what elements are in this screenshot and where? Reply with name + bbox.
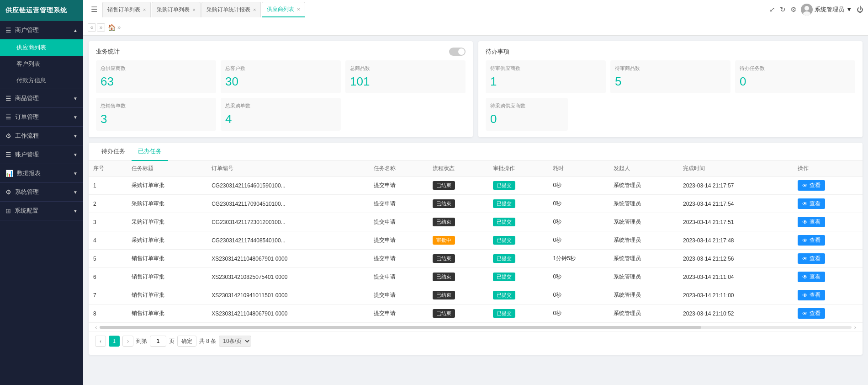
cell-task-name: 提交申请: [369, 213, 429, 231]
user-dropdown-arrow: ▼: [846, 6, 852, 13]
prev-page-button[interactable]: ‹: [95, 336, 106, 347]
eye-icon: 👁: [802, 310, 808, 317]
tasks-table: 序号 任务标题 订单编号 任务名称 流程状态 审批操作 耗时 发起人 完成时间 …: [89, 161, 863, 323]
stat-pending-products-label: 待审商品数: [615, 65, 726, 72]
todo-stats-grid-bottom: 待采购供应商数 0: [486, 98, 855, 131]
cell-task-title: 销售订单审批: [127, 305, 207, 323]
view-button[interactable]: 👁 查看: [798, 235, 825, 246]
todo-stats-grid-top: 待审供应商数 1 待审商品数 5 待办任务数 0: [486, 60, 855, 93]
product-icon: ☰: [5, 95, 11, 102]
view-button[interactable]: 👁 查看: [798, 217, 825, 227]
sidebar-group-system-header[interactable]: ⚙ 系统管理 ▼: [0, 183, 83, 201]
topbar-right: ⤢ ↻ ⚙ 系统管理员 ▼ ⏻: [769, 4, 863, 16]
sidebar-group-product-header[interactable]: ☰ 商品管理 ▼: [0, 89, 83, 107]
view-button[interactable]: 👁 查看: [798, 180, 825, 191]
tab-purchase-order-list-close[interactable]: ×: [192, 7, 195, 12]
sidebar-group-system: ⚙ 系统管理 ▼: [0, 183, 83, 202]
cell-task-name: 提交申请: [369, 305, 429, 323]
tab-sales-order-list-close[interactable]: ×: [143, 7, 146, 12]
goto-page-input[interactable]: [150, 336, 166, 347]
view-button[interactable]: 👁 查看: [798, 253, 825, 264]
cell-seq: 7: [89, 286, 127, 305]
tab-purchase-order-list[interactable]: 采购订单列表 ×: [152, 2, 200, 17]
flow-status-badge: 已结束: [433, 309, 455, 318]
stat-total-customers-label: 总客户数: [225, 65, 336, 72]
stat-total-sales: 总销售单数 3: [96, 98, 216, 131]
sidebar-group-order-header[interactable]: ☰ 订单管理 ▼: [0, 108, 83, 126]
table-row: 5 销售订单审批 XS230314211048067901 0000 提交申请 …: [89, 250, 863, 268]
current-page-button[interactable]: 1: [109, 336, 120, 347]
breadcrumb-home-icon[interactable]: 🏠: [108, 24, 116, 31]
scroll-left-icon[interactable]: ‹: [95, 324, 97, 331]
stat-total-products-value: 101: [350, 75, 461, 89]
cell-action: 👁 查看: [793, 268, 863, 286]
tab-supplier-list[interactable]: 供应商列表 ×: [262, 2, 305, 17]
goto-page-confirm-button[interactable]: 确定: [177, 336, 196, 347]
sidebar-group-product: ☰ 商品管理 ▼: [0, 89, 83, 108]
more-icon[interactable]: »: [117, 24, 121, 31]
business-stats-header: 业务统计: [96, 48, 466, 56]
stat-total-customers: 总客户数 30: [221, 60, 341, 93]
cell-seq: 2: [89, 195, 127, 213]
sidebar-group-account-header[interactable]: ☰ 账户管理 ▼: [0, 145, 83, 164]
tab-supplier-list-close[interactable]: ×: [297, 6, 300, 12]
sidebar-group-system-label: 系统管理: [15, 188, 39, 196]
fullscreen-icon[interactable]: ⤢: [769, 5, 775, 14]
next-page-button[interactable]: ›: [122, 336, 133, 347]
cell-task-name: 提交申请: [369, 176, 429, 195]
toggle-switch[interactable]: [449, 48, 466, 56]
h-scrollbar-track[interactable]: [100, 326, 851, 329]
cell-order-no: CG23031421174408540100...: [207, 231, 369, 250]
flow-status-badge: 已结束: [433, 199, 455, 208]
sidebar-item-supplier-list[interactable]: 供应商列表: [0, 39, 83, 56]
sidebar-group-workflow-label: 工作流程: [15, 132, 39, 140]
cell-action: 👁 查看: [793, 195, 863, 213]
pagination: ‹ 1 › 到第 页 确定 共 8 条 10条/页 20条/页 50条/页: [89, 332, 863, 350]
sidebar-group-config-header[interactable]: ⊞ 系统配置 ▼: [0, 202, 83, 220]
sidebar-group-reports: 📊 数据报表 ▼: [0, 164, 83, 183]
view-button[interactable]: 👁 查看: [798, 308, 825, 319]
approve-action-badge: 已提交: [493, 218, 515, 226]
cell-complete-time: 2023-03-14 21:17:48: [678, 231, 793, 250]
tab-pending-tasks[interactable]: 待办任务: [95, 143, 132, 161]
sidebar-group-workflow-header[interactable]: ⚙ 工作流程 ▼: [0, 127, 83, 145]
stat-total-sales-label: 总销售单数: [101, 102, 212, 109]
todo-stats-title: 待办事项: [486, 48, 509, 56]
sidebar-group-reports-header[interactable]: 📊 数据报表 ▼: [0, 164, 83, 182]
sidebar-group-reports-label: 数据报表: [17, 169, 41, 177]
view-button[interactable]: 👁 查看: [798, 272, 825, 282]
col-header-task-title: 任务标题: [127, 161, 207, 176]
eye-icon: 👁: [802, 182, 808, 189]
cell-initiator: 系统管理员: [609, 286, 678, 305]
view-button[interactable]: 👁 查看: [798, 290, 825, 300]
logout-icon[interactable]: ⏻: [857, 5, 863, 13]
menu-toggle-button[interactable]: ☰: [88, 3, 101, 16]
cell-duration: 1分钟5秒: [548, 250, 609, 268]
refresh-icon[interactable]: ↻: [780, 5, 786, 14]
sidebar-group-workflow: ⚙ 工作流程 ▼: [0, 127, 83, 145]
user-info[interactable]: 系统管理员 ▼: [801, 4, 852, 16]
sidebar-item-customer-list[interactable]: 客户列表: [0, 56, 83, 72]
cell-duration: 0秒: [548, 286, 609, 305]
tab-completed-tasks[interactable]: 已办任务: [132, 143, 168, 161]
approve-action-badge: 已提交: [493, 254, 515, 263]
tasks-table-wrapper: 序号 任务标题 订单编号 任务名称 流程状态 审批操作 耗时 发起人 完成时间 …: [89, 161, 863, 323]
per-page-select[interactable]: 10条/页 20条/页 50条/页: [219, 336, 251, 347]
account-icon: ☰: [5, 151, 11, 158]
sidebar-item-payment-info[interactable]: 付款方信息: [0, 72, 83, 89]
topbar: ☰ 销售订单列表 × 采购订单列表 × 采购订单统计报表 × 供应商列表 × ⤢…: [83, 0, 868, 19]
sidebar-group-merchant-header[interactable]: ☰ 商户管理 ▲: [0, 21, 83, 39]
tab-purchase-order-stats-close[interactable]: ×: [253, 7, 256, 12]
settings-icon[interactable]: ⚙: [790, 5, 796, 14]
view-button[interactable]: 👁 查看: [798, 198, 825, 209]
tasks-table-body: 1 采购订单审批 CG23031421164601590100... 提交申请 …: [89, 176, 863, 323]
tab-sales-order-list[interactable]: 销售订单列表 ×: [102, 2, 151, 17]
nav-next-arrow[interactable]: »: [97, 23, 105, 32]
cell-task-title: 采购订单审批: [127, 231, 207, 250]
stat-pending-tasks-label: 待办任务数: [740, 65, 851, 72]
col-header-task-name: 任务名称: [369, 161, 429, 176]
system-icon: ⚙: [5, 188, 11, 196]
tab-purchase-order-stats[interactable]: 采购订单统计报表 ×: [201, 2, 261, 17]
nav-prev-arrow[interactable]: «: [88, 23, 96, 32]
scroll-right-icon[interactable]: ›: [854, 324, 856, 331]
